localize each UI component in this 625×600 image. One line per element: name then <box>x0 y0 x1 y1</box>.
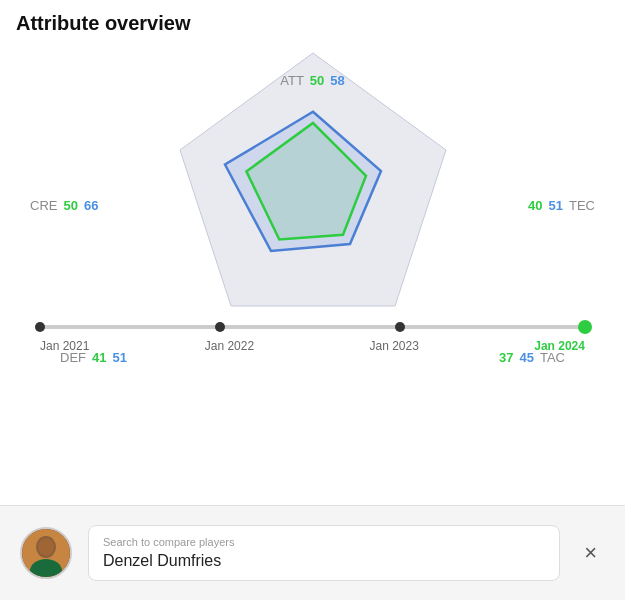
tec-label: 40 51 TEC <box>528 198 595 213</box>
search-input-wrap[interactable]: Search to compare players Denzel Dumfrie… <box>88 525 560 581</box>
close-button[interactable]: × <box>576 536 605 570</box>
page-container: Attribute overview ATT 50 58 CRE 50 66 4… <box>0 0 625 600</box>
timeline-dot-0[interactable] <box>35 322 45 332</box>
timeline-label-3[interactable]: Jan 2024 <box>534 339 585 353</box>
timeline-dot-3[interactable] <box>578 320 592 334</box>
timeline-dot-2[interactable] <box>395 322 405 332</box>
search-bar: Search to compare players Denzel Dumfrie… <box>0 505 625 600</box>
cre-label: CRE 50 66 <box>30 198 98 213</box>
att-label: ATT 50 58 <box>280 73 345 88</box>
svg-point-3 <box>38 538 54 556</box>
avatar-image <box>22 529 70 577</box>
page-title: Attribute overview <box>0 0 625 43</box>
player-avatar <box>20 527 72 579</box>
search-value: Denzel Dumfries <box>103 552 545 570</box>
timeline-labels: Jan 2021 Jan 2022 Jan 2023 Jan 2024 <box>40 339 585 353</box>
radar-chart <box>123 43 503 373</box>
timeline-track[interactable] <box>40 325 585 329</box>
search-placeholder: Search to compare players <box>103 536 545 548</box>
timeline-label-2[interactable]: Jan 2023 <box>370 339 419 353</box>
timeline-label-0[interactable]: Jan 2021 <box>40 339 89 353</box>
chart-area: ATT 50 58 CRE 50 66 40 51 TEC DEF 41 51 … <box>0 43 625 463</box>
timeline-dot-1[interactable] <box>215 322 225 332</box>
timeline: Jan 2021 Jan 2022 Jan 2023 Jan 2024 <box>40 325 585 353</box>
timeline-label-1[interactable]: Jan 2022 <box>205 339 254 353</box>
